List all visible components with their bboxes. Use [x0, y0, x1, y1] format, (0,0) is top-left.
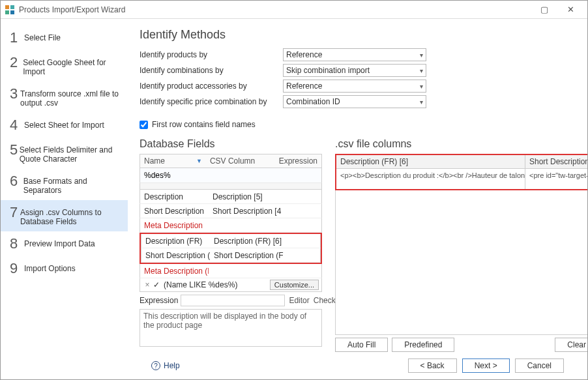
- sort-icon: ▼: [196, 158, 202, 164]
- first-row-checkbox[interactable]: [140, 121, 148, 129]
- chevron-down-icon: ▾: [420, 83, 423, 90]
- maximize-button[interactable]: ▢: [531, 5, 557, 14]
- identify-select-3[interactable]: Combination ID▾: [283, 95, 426, 108]
- wizard-steps-sidebar: 1Select File2Select Google Sheet for Imp…: [1, 19, 128, 379]
- identify-select-2[interactable]: Reference▾: [283, 80, 426, 93]
- identify-label: Identify products by: [140, 50, 283, 59]
- help-icon: ?: [151, 361, 160, 370]
- identify-label: Identify product accessories by: [140, 81, 283, 91]
- first-row-label: First row contains field names: [152, 120, 256, 129]
- predefined-button[interactable]: Predefined: [392, 338, 454, 352]
- db-row[interactable]: Short DescriptionShort Description [4: [140, 204, 322, 218]
- expression-input[interactable]: [181, 295, 285, 306]
- db-row[interactable]: Meta Description: [140, 218, 322, 233]
- db-fields-heading: Database Fields: [140, 138, 322, 150]
- clear-filter-button[interactable]: ×: [143, 280, 152, 289]
- identify-select-0[interactable]: Reference▾: [283, 48, 426, 61]
- svg-rect-3: [10, 10, 14, 14]
- identify-heading: Identify Methods: [140, 28, 576, 42]
- identify-select-1[interactable]: Skip combination import▾: [283, 64, 426, 77]
- filter-expression: (Name LIKE %des%): [161, 280, 270, 289]
- db-row[interactable]: Short Description (FR)Short Description …: [141, 248, 321, 263]
- csv-preview-table: Description (FR) [6]<p><b>Description du…: [335, 154, 587, 190]
- db-row[interactable]: DescriptionDescription [5]: [140, 190, 322, 204]
- wizard-step-8[interactable]: 8Preview Import Data: [1, 231, 128, 256]
- check-link[interactable]: Check: [314, 296, 336, 305]
- identify-label: Identify combinations by: [140, 66, 283, 75]
- wizard-step-7[interactable]: 7Assign .csv Columns to Database Fields: [1, 200, 128, 231]
- svg-rect-2: [5, 10, 9, 14]
- chevron-down-icon: ▾: [420, 98, 423, 106]
- back-button[interactable]: < Back: [408, 358, 457, 373]
- db-row[interactable]: Description (FR)Description (FR) [6]: [141, 234, 321, 248]
- field-description: This description will be displayed in th…: [140, 309, 322, 347]
- app-icon: [5, 5, 15, 15]
- window-title: Products Import/Export Wizard: [19, 5, 531, 14]
- csv-empty-area: [335, 190, 587, 335]
- wizard-step-6[interactable]: 6Base Formats and Separators: [1, 169, 128, 200]
- editor-link[interactable]: Editor: [289, 296, 309, 305]
- col-csv[interactable]: CSV Column: [206, 156, 275, 166]
- wizard-step-3[interactable]: 3Transform source .xml file to output .c…: [1, 81, 128, 113]
- csv-columns-heading: .csv file columns: [335, 138, 587, 150]
- autofill-button[interactable]: Auto Fill: [335, 338, 388, 352]
- wizard-step-4[interactable]: 4Select Sheet for Import: [1, 113, 128, 138]
- col-expr[interactable]: Expression: [275, 156, 321, 166]
- cancel-button[interactable]: Cancel: [515, 358, 564, 373]
- expression-label: Expression: [140, 296, 178, 305]
- db-row[interactable]: Meta Description (FR): [140, 264, 322, 278]
- chevron-down-icon: ▾: [420, 67, 423, 74]
- svg-rect-0: [5, 5, 9, 9]
- identify-label: Identify specific price combination by: [140, 97, 283, 106]
- help-link[interactable]: ?Help: [151, 361, 180, 370]
- next-button[interactable]: Next >: [462, 358, 510, 373]
- filter-check-icon: ✓: [152, 280, 161, 289]
- chevron-down-icon: ▾: [420, 51, 423, 59]
- name-filter-input[interactable]: [140, 168, 321, 183]
- svg-rect-1: [10, 5, 14, 9]
- wizard-step-9[interactable]: 9Import Options: [1, 256, 128, 281]
- wizard-step-5[interactable]: 5Select Fields Delimiter and Quote Chara…: [1, 138, 128, 169]
- csv-column[interactable]: Description (FR) [6]<p><b>Description du…: [336, 155, 525, 189]
- col-name[interactable]: Name▼: [140, 156, 206, 166]
- clear-button[interactable]: Clear: [555, 338, 587, 352]
- wizard-step-2[interactable]: 2Select Google Sheet for Import: [1, 50, 128, 81]
- close-button[interactable]: ✕: [557, 5, 583, 14]
- csv-column[interactable]: Short Description (FR)<pre id="tw-target…: [525, 155, 587, 189]
- wizard-step-1[interactable]: 1Select File: [1, 25, 128, 50]
- customize-button[interactable]: Customize...: [270, 280, 319, 290]
